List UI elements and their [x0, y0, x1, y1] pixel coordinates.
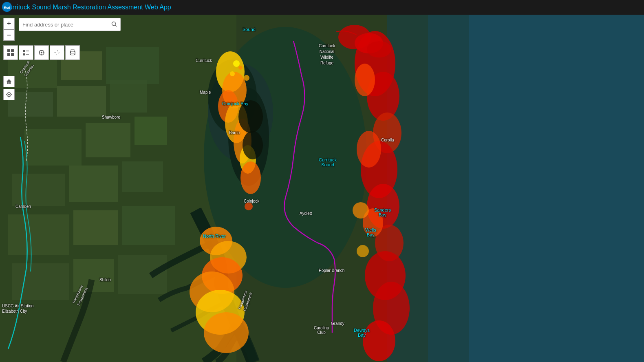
bookmarks-icon: [38, 49, 45, 56]
svg-point-37: [355, 64, 375, 96]
pan-icon: [53, 49, 61, 56]
home-button[interactable]: [3, 76, 15, 87]
svg-marker-84: [57, 53, 60, 53]
search-container: [19, 18, 121, 31]
svg-point-76: [41, 52, 42, 53]
legend-button[interactable]: [19, 45, 33, 60]
svg-point-38: [357, 131, 381, 168]
svg-rect-8: [57, 86, 106, 117]
svg-rect-73: [23, 53, 25, 55]
svg-point-55: [238, 66, 243, 70]
svg-point-58: [357, 245, 369, 257]
svg-marker-81: [57, 50, 58, 52]
svg-point-56: [244, 75, 249, 81]
map-container[interactable]: Sound Currituck Maple Coinjock Bay Shawb…: [0, 15, 644, 362]
svg-rect-71: [23, 50, 25, 52]
svg-point-52: [204, 312, 249, 353]
svg-point-57: [353, 202, 369, 219]
zoom-controls: + −: [3, 18, 15, 41]
svg-rect-18: [122, 206, 175, 245]
svg-point-65: [112, 22, 116, 25]
svg-point-61: [243, 131, 263, 159]
svg-rect-70: [11, 53, 14, 56]
svg-marker-82: [56, 53, 57, 55]
search-input[interactable]: [19, 22, 108, 28]
svg-rect-88: [70, 52, 71, 53]
svg-rect-9: [110, 80, 147, 113]
zoom-in-button[interactable]: +: [3, 18, 15, 29]
legend-icon: [22, 49, 30, 56]
print-button[interactable]: [65, 45, 80, 60]
basemap-gallery-button[interactable]: [3, 45, 18, 60]
zoom-out-button[interactable]: −: [3, 29, 15, 41]
svg-rect-4: [8, 55, 57, 88]
svg-rect-87: [71, 53, 74, 55]
svg-point-36: [363, 320, 395, 361]
locate-icon: [6, 91, 12, 98]
svg-rect-20: [73, 259, 114, 292]
svg-line-66: [115, 25, 117, 26]
svg-rect-12: [135, 117, 167, 145]
svg-rect-67: [7, 49, 10, 52]
svg-point-53: [233, 60, 240, 67]
svg-rect-68: [11, 49, 14, 52]
svg-rect-6: [106, 47, 159, 84]
pan-button[interactable]: [50, 45, 64, 60]
print-icon: [69, 49, 76, 56]
bookmarks-button[interactable]: [34, 45, 49, 60]
map-tools-bar: [3, 45, 80, 60]
search-bar[interactable]: [19, 18, 121, 31]
home-icon: [6, 78, 12, 85]
svg-point-64: [367, 41, 391, 57]
svg-rect-10: [24, 129, 82, 166]
locate-button[interactable]: [3, 89, 15, 100]
esri-logo: Esri: [1, 1, 13, 13]
svg-point-60: [238, 100, 263, 133]
svg-rect-86: [71, 50, 74, 52]
search-icon: [111, 21, 117, 27]
search-button[interactable]: [108, 20, 120, 30]
app-title: Currituck Sound Marsh Restoration Assess…: [4, 4, 171, 11]
svg-text:Esri: Esri: [4, 6, 10, 10]
svg-rect-14: [69, 166, 118, 202]
svg-point-90: [8, 94, 10, 95]
svg-rect-7: [8, 92, 53, 117]
app-header: Esri Currituck Sound Marsh Restoration A…: [0, 0, 644, 15]
svg-marker-83: [54, 52, 57, 53]
svg-rect-19: [12, 263, 69, 300]
nav-controls: [3, 64, 15, 100]
svg-rect-69: [7, 53, 10, 56]
svg-rect-15: [122, 161, 163, 192]
svg-rect-21: [118, 255, 167, 294]
basemap-gallery-icon: [7, 49, 14, 56]
svg-point-46: [240, 161, 261, 194]
svg-point-59: [245, 202, 253, 210]
svg-rect-11: [86, 123, 130, 157]
svg-rect-13: [12, 174, 65, 206]
svg-rect-17: [73, 210, 118, 245]
svg-point-54: [230, 71, 235, 76]
svg-rect-16: [8, 214, 69, 255]
map-background: [0, 15, 644, 362]
